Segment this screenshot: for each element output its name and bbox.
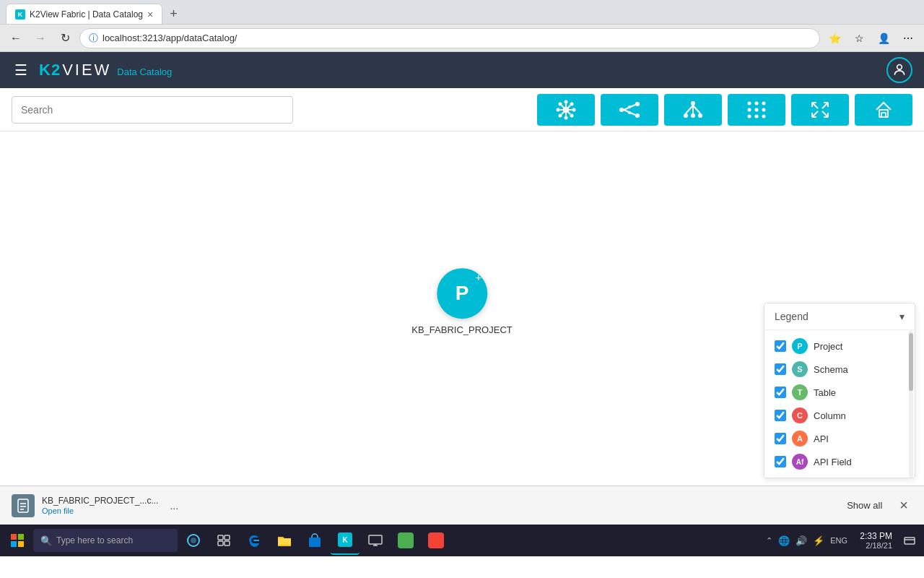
svg-point-0 [897,65,902,70]
taskbar-taskview-button[interactable] [209,526,238,555]
browser-tab[interactable]: K K2View Fabric | Data Catalog × [6,4,162,24]
legend-header[interactable]: Legend ▾ [764,303,915,330]
taskbar-cortana-button[interactable] [179,526,208,555]
svg-point-20 [635,113,640,118]
tab-close-icon[interactable]: × [147,9,153,20]
reload-button[interactable]: ↻ [55,28,75,48]
taskbar-red-button[interactable] [422,526,450,555]
svg-rect-69 [309,538,321,547]
project-node[interactable]: P + [437,268,487,319]
taskbar-clock[interactable]: 2:33 PM 2/18/21 [853,531,897,550]
taskbar-green-button[interactable] [391,526,420,555]
legend-checkbox-apifield[interactable] [775,456,786,467]
download-close-button[interactable]: × [895,496,912,515]
legend-item-project: P Project [775,335,905,358]
svg-point-27 [691,113,695,118]
taskbar-edge-button[interactable] [240,526,269,555]
address-input-bar[interactable]: ⓘ localhost:3213/app/dataCatalog/ [79,28,820,48]
browser-address-bar: ← → ↻ ⓘ localhost:3213/app/dataCatalog/ … [0,25,924,52]
svg-point-19 [635,102,640,106]
download-file-icon [12,494,35,517]
toolbar-nodes-button[interactable] [537,94,595,126]
toolbar-split-button[interactable] [601,94,658,126]
legend-scrollbar-thumb [909,333,913,391]
profile-icon[interactable]: 👤 [873,28,894,48]
node-plus-icon: + [476,272,481,282]
svg-point-35 [748,108,751,111]
legend-label-apifield: API Field [814,457,852,467]
toolbar [0,88,924,131]
legend-checkbox-api[interactable] [775,433,786,444]
svg-rect-53 [879,110,888,117]
svg-point-64 [191,538,196,543]
download-more-button[interactable]: ... [167,497,181,514]
svg-point-4 [557,108,560,111]
open-file-link[interactable]: Open file [42,506,158,515]
back-button[interactable]: ← [6,28,26,48]
browser-menu-button[interactable]: ⋯ [898,28,918,48]
svg-line-47 [812,111,818,117]
svg-rect-60 [18,534,24,540]
taskbar-k2view-button[interactable]: K [331,526,359,555]
toolbar-grid-button[interactable] [728,94,785,126]
legend-checkbox-project[interactable] [775,340,786,352]
extensions-icon[interactable]: ⭐ [824,28,845,48]
svg-point-37 [762,108,766,111]
legend-badge-table: T [792,384,808,400]
legend-panel: Legend ▾ P Project S Schema T Table [764,303,915,478]
legend-item-schema: S Schema [775,358,905,381]
systray-chevron-button[interactable]: ⌃ [764,535,774,547]
svg-line-14 [562,105,565,108]
legend-label-project: Project [814,341,842,352]
main-canvas: P + KB_FABRIC_PROJECT Legend ▾ P Project… [0,131,924,486]
show-all-button[interactable]: Show all [841,497,888,514]
svg-point-32 [748,101,751,105]
user-icon [892,63,907,77]
new-tab-button[interactable]: + [164,4,183,24]
systray-network-icon[interactable]: 🌐 [777,534,791,548]
svg-point-2 [565,100,568,103]
svg-point-9 [570,113,574,117]
legend-checkbox-schema[interactable] [775,363,786,375]
svg-point-7 [570,102,574,105]
user-avatar-button[interactable] [886,57,912,83]
taskbar-monitor-button[interactable] [361,526,390,555]
search-input[interactable] [12,96,293,124]
forward-button[interactable]: → [30,28,51,48]
legend-label-api: API [814,434,829,444]
svg-point-34 [762,101,766,105]
grid-icon [746,100,767,120]
svg-rect-67 [218,541,223,545]
legend-checkbox-column[interactable] [775,410,786,421]
legend-badge-api: A [792,431,808,447]
bookmark-icon[interactable]: ☆ [849,28,869,48]
logo-datacatalog: Data Catalog [117,66,172,77]
app-header: ☰ K2 VIEW Data Catalog [0,52,924,88]
taskbar-search-bar[interactable]: 🔍 Type here to search [33,529,178,552]
systray-volume-icon[interactable]: 🔊 [794,534,808,548]
tab-favicon: K [15,9,25,20]
windows-start-button[interactable] [3,526,32,555]
svg-point-5 [572,108,576,111]
systray-battery-icon[interactable]: ⚡ [811,534,826,548]
svg-rect-68 [225,541,230,545]
taskbar-notifications-button[interactable] [898,529,921,552]
legend-scrollbar[interactable] [909,330,913,478]
toolbar-home-button[interactable] [855,94,912,126]
download-info: KB_FABRIC_PROJECT_...c... Open file [42,496,158,515]
legend-checkbox-table[interactable] [775,387,786,398]
taskbar-store-button[interactable] [300,526,329,555]
toolbar-collapse-button[interactable] [791,94,849,126]
node-container: P + KB_FABRIC_PROJECT [411,268,512,335]
svg-rect-73 [905,538,915,544]
svg-line-41 [812,103,818,108]
taskbar-explorer-button[interactable] [270,526,299,555]
svg-line-31 [693,105,700,113]
svg-line-29 [686,105,693,113]
svg-line-50 [822,111,828,117]
legend-badge-schema: S [792,361,808,377]
hamburger-button[interactable]: ☰ [12,59,30,82]
legend-badge-column: C [792,407,808,423]
svg-line-17 [567,111,570,114]
toolbar-hierarchy-button[interactable] [664,94,722,126]
